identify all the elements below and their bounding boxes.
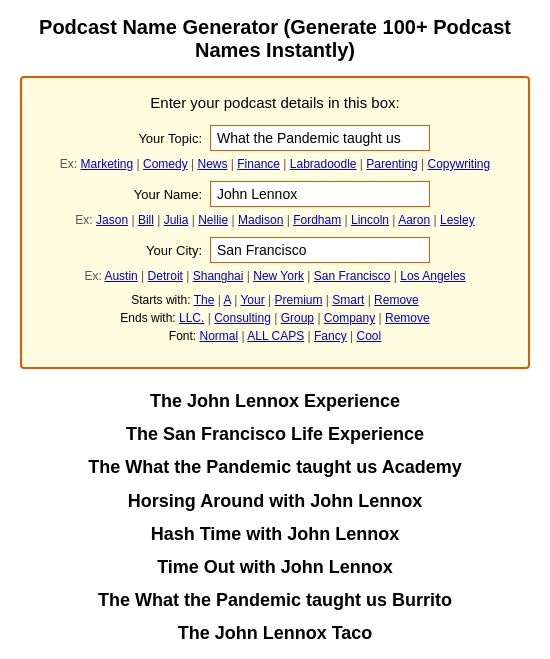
topic-examples: Ex: Marketing | Comedy | News | Finance … [42, 157, 508, 171]
page-title: Podcast Name Generator (Generate 100+ Po… [0, 0, 550, 76]
form-container: Enter your podcast details in this box: … [20, 76, 530, 369]
opt-llc[interactable]: LLC. [179, 311, 204, 325]
opt-group[interactable]: Group [281, 311, 314, 325]
opt-remove-starts[interactable]: Remove [374, 293, 419, 307]
city-examples: Ex: Austin | Detroit | Shanghai | New Yo… [42, 269, 508, 283]
city-label: Your City: [120, 243, 210, 258]
opt-remove-ends[interactable]: Remove [385, 311, 430, 325]
opt-the[interactable]: The [194, 293, 215, 307]
opt-cool[interactable]: Cool [357, 329, 382, 343]
name-label: Your Name: [120, 187, 210, 202]
topic-input[interactable] [210, 125, 430, 151]
results-section: The John Lennox ExperienceThe San Franci… [0, 389, 550, 659]
ends-with-row: Ends with: LLC. | Consulting | Group | C… [42, 311, 508, 325]
name-examples: Ex: Jason | Bill | Julia | Nellie | Madi… [42, 213, 508, 227]
form-header: Enter your podcast details in this box: [42, 94, 508, 111]
result-item: The What the Pandemic taught us Burrito [20, 588, 530, 613]
city-input[interactable] [210, 237, 430, 263]
opt-premium[interactable]: Premium [274, 293, 322, 307]
opt-smart[interactable]: Smart [332, 293, 364, 307]
opt-all-caps[interactable]: ALL CAPS [247, 329, 304, 343]
font-row: Font: Normal | ALL CAPS | Fancy | Cool [42, 329, 508, 343]
result-item: Hash Time with John Lennox [20, 522, 530, 547]
starts-with-row: Starts with: The | A | Your | Premium | … [42, 293, 508, 307]
opt-fancy[interactable]: Fancy [314, 329, 347, 343]
result-item: The San Francisco Life Experience [20, 422, 530, 447]
topic-label: Your Topic: [120, 131, 210, 146]
result-item: Horsing Around with John Lennox [20, 489, 530, 514]
result-item: The John Lennox Experience [20, 389, 530, 414]
options-section: Starts with: The | A | Your | Premium | … [42, 293, 508, 343]
opt-company[interactable]: Company [324, 311, 375, 325]
opt-consulting[interactable]: Consulting [214, 311, 271, 325]
opt-your[interactable]: Your [240, 293, 264, 307]
name-input[interactable] [210, 181, 430, 207]
opt-a[interactable]: A [224, 293, 231, 307]
opt-normal[interactable]: Normal [200, 329, 239, 343]
result-item: The What the Pandemic taught us Academy [20, 455, 530, 480]
result-item: Time Out with John Lennox [20, 555, 530, 580]
result-item: The John Lennox Taco [20, 621, 530, 646]
